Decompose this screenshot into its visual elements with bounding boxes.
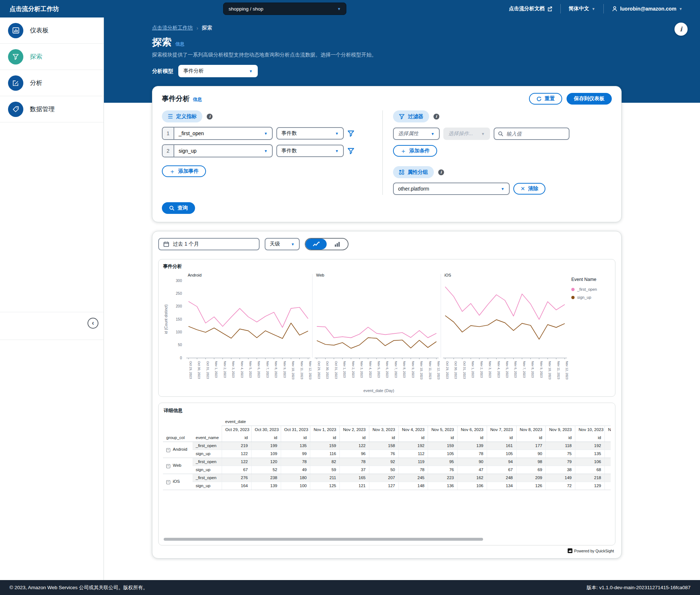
collapse-group-icon[interactable]: − <box>166 480 170 484</box>
corner-spacer <box>163 426 192 434</box>
measure-select-1[interactable]: 事件数 ▼ <box>276 127 344 140</box>
page-info-link[interactable]: 信息 <box>175 41 184 47</box>
value-cell: 47 <box>458 466 487 474</box>
x-tick-label: Oct 29, 2023 <box>189 361 192 379</box>
define-metrics-chip: ☰ 定义指标 <box>162 110 202 122</box>
user-account-menu[interactable]: luorobin@amazon.com ▼ <box>604 6 691 12</box>
edit-icon <box>8 75 23 91</box>
filter-attribute-select[interactable]: 选择属性 ▼ <box>393 128 440 140</box>
metrics-section: ☰ 定义指标 i 1 _first_open▼ <box>162 110 382 195</box>
reset-button[interactable]: 重置 <box>529 93 562 105</box>
granularity-select[interactable]: 天级 ▼ <box>265 238 300 250</box>
horizontal-scrollbar[interactable] <box>164 538 483 541</box>
legend-item-first-open[interactable]: _first_open <box>571 287 611 291</box>
row-filter-icon[interactable] <box>347 130 354 137</box>
reset-button-label: 重置 <box>545 95 555 102</box>
x-tick-label: Nov 4, 2023 <box>240 361 244 378</box>
breadcrumb-root-link[interactable]: 点击流分析工作坊 <box>152 25 193 31</box>
query-button[interactable]: 查询 <box>162 202 195 214</box>
value-cell: 192 <box>575 442 605 450</box>
sidebar-collapse-button[interactable]: ‹ <box>88 318 98 329</box>
collapse-group-icon[interactable]: − <box>166 448 170 452</box>
value-cell: 106 <box>575 458 605 466</box>
sidebar-item-explore[interactable]: 探索 <box>0 44 104 70</box>
date-column-header: Nov 4, 2023 <box>398 426 428 434</box>
line-chart-toggle[interactable] <box>306 239 327 250</box>
row-filter-icon[interactable] <box>347 148 354 154</box>
value-cell: 90 <box>458 458 487 466</box>
value-cell: 95 <box>428 458 458 466</box>
id-subheader: id <box>222 434 252 442</box>
info-icon[interactable]: i <box>433 114 439 120</box>
tag-icon <box>8 102 23 117</box>
builder-title: 事件分析 <box>162 94 190 103</box>
event-analysis-builder-card: 事件分析 信息 重置 保存到仪表板 <box>152 86 622 222</box>
grouping-attribute-select[interactable]: other.platform ▼ <box>393 183 510 195</box>
x-tick-label: Nov 2, 2023 <box>223 361 227 378</box>
y-tick-label: 250 <box>176 291 182 295</box>
value-cell: 106 <box>458 482 487 490</box>
chart-title: 事件分析 <box>163 263 611 270</box>
collapse-group-icon[interactable]: − <box>166 464 170 468</box>
value-cell: 98 <box>516 458 546 466</box>
documentation-link[interactable]: 点击流分析文档 <box>501 5 560 12</box>
sidebar-item-analyses[interactable]: 分析 <box>0 70 104 96</box>
id-subheader: id <box>604 434 611 442</box>
value-cell: 49 <box>281 466 310 474</box>
sidebar-item-data-management[interactable]: 数据管理 <box>0 96 104 122</box>
info-icon[interactable]: i <box>438 169 444 175</box>
value-cell: 67 <box>222 466 252 474</box>
value-cell: 164 <box>222 482 252 490</box>
save-to-dashboard-button[interactable]: 保存到仪表板 <box>567 93 612 105</box>
value-cell: 79 <box>546 458 575 466</box>
legend-item-sign-up[interactable]: sign_up <box>571 295 611 300</box>
chart-legend: Event Name _first_open sign_up <box>571 271 611 395</box>
bar-chart-toggle[interactable] <box>327 239 348 250</box>
value-cell: 122 <box>340 442 369 450</box>
analytics-model-select[interactable]: 事件分析 ▼ <box>178 65 258 77</box>
group-icon <box>399 169 404 175</box>
builder-info-link[interactable]: 信息 <box>193 97 202 103</box>
results-card: 过去 1 个月 天级 ▼ <box>152 231 622 559</box>
table-row: −Web_first_open1221207882789211995909498… <box>163 458 611 466</box>
event-select-2[interactable]: 2 sign_up▼ <box>162 144 273 157</box>
x-tick-label: Oct 29, 2023 <box>317 361 321 379</box>
value-cell: 78 <box>340 458 369 466</box>
value-cell: 161 <box>487 442 516 450</box>
value-cell: 112 <box>398 450 428 458</box>
plus-icon: ＋ <box>400 147 407 155</box>
date-range-picker[interactable]: 过去 1 个月 <box>158 238 260 250</box>
project-selector-dropdown[interactable]: shopping / shop ▼ <box>223 3 346 15</box>
chevron-down-icon: ▼ <box>337 7 341 11</box>
quicksight-logo-icon <box>568 548 572 553</box>
clear-grouping-button[interactable]: ✕ 清除 <box>513 183 546 195</box>
plus-icon: ＋ <box>169 167 175 176</box>
x-tick-label: Nov 7, 2023 <box>394 361 398 378</box>
filter-label: 过滤器 <box>408 113 423 120</box>
x-tick-label: Nov 3, 2023 <box>232 361 235 378</box>
measure-select-2[interactable]: 事件数 ▼ <box>276 145 344 157</box>
chart-type-toggle <box>305 238 349 250</box>
add-condition-button[interactable]: ＋ 添加条件 <box>393 145 437 157</box>
chevron-down-icon: ▼ <box>264 149 268 153</box>
info-panel-button[interactable]: i <box>674 23 688 36</box>
list-icon: ☰ <box>168 113 173 120</box>
value-cell: 199 <box>251 442 281 450</box>
add-event-button[interactable]: ＋ 添加事件 <box>162 165 206 177</box>
event-select-1[interactable]: 1 _first_open▼ <box>162 127 273 140</box>
x-tick-label: Oct 31, 2023 <box>334 361 338 379</box>
line-series-_first_open <box>317 326 436 338</box>
y-tick-label: 200 <box>176 304 182 308</box>
chevron-down-icon: ▼ <box>481 132 485 136</box>
value-cell: 40 <box>604 466 611 474</box>
sidebar-item-dashboards[interactable]: 仪表板 <box>0 17 104 44</box>
filter-operator-select[interactable]: 选择操作... ▼ <box>443 128 490 140</box>
info-icon[interactable]: i <box>207 114 213 120</box>
chevron-down-icon: ▼ <box>291 242 295 246</box>
filter-value-input[interactable] <box>506 131 550 137</box>
x-tick-label: Nov 11, 2023 <box>557 361 560 379</box>
language-menu[interactable]: 简体中文 ▼ <box>561 5 603 12</box>
group-cell: −Web <box>163 458 192 474</box>
calendar-icon <box>163 241 169 247</box>
x-tick-label: Nov 1, 2023 <box>471 361 475 378</box>
